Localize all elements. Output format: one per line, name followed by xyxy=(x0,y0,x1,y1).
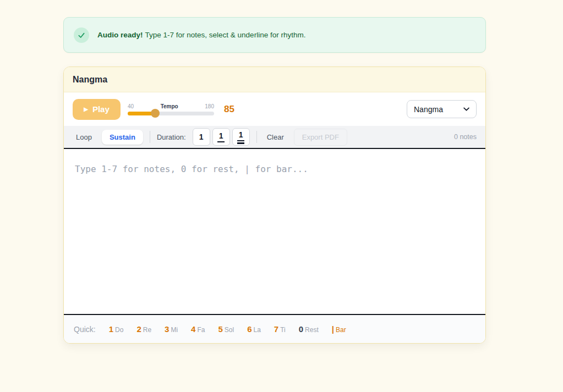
quick-note-name: Sol xyxy=(225,326,234,334)
options-toolbar: Loop Sustain Duration: 111 Clear Export … xyxy=(64,126,485,148)
quick-note-key: 1 xyxy=(109,324,113,334)
quick-note-button[interactable]: 4Fa xyxy=(191,324,205,334)
duration-number: 1 xyxy=(219,131,223,140)
banner-text: Audio ready!Type 1-7 for notes, select &… xyxy=(97,31,305,39)
tempo-min-label: 40 xyxy=(128,103,134,109)
tempo-labels: 40 Tempo 180 xyxy=(128,103,214,109)
quick-note-key: 5 xyxy=(218,324,222,334)
play-button-label: Play xyxy=(92,104,110,114)
quick-note-name: La xyxy=(253,326,260,334)
quick-note-button[interactable]: 2Re xyxy=(136,324,151,334)
quick-note-name: Re xyxy=(143,326,151,334)
quick-note-name: Mi xyxy=(171,326,178,334)
export-pdf-button[interactable]: Export PDF xyxy=(294,129,347,146)
audio-ready-banner: Audio ready!Type 1-7 for notes, select &… xyxy=(63,17,486,53)
check-icon xyxy=(74,27,89,43)
banner-title: Audio ready! xyxy=(97,31,143,39)
duration-underline xyxy=(237,142,244,144)
quick-note-key: 0 xyxy=(299,324,303,334)
quick-bar: Quick: 1Do2Re3Mi4Fa5Sol6La7Ti0Rest|Bar xyxy=(64,315,485,343)
quick-note-name: Rest xyxy=(305,326,319,334)
play-button[interactable]: ▶ Play xyxy=(73,99,121,120)
chevron-down-icon xyxy=(463,107,469,111)
duration-button[interactable]: 1 xyxy=(212,128,230,146)
quick-note-key: 6 xyxy=(247,324,252,334)
card-header: Nangma xyxy=(64,67,485,92)
preset-select-value: Nangma xyxy=(414,105,443,114)
quick-note-name: Bar xyxy=(336,326,346,334)
play-icon: ▶ xyxy=(84,107,88,112)
card-title: Nangma xyxy=(73,75,107,85)
playback-toolbar: ▶ Play 40 Tempo 180 85 Nangma xyxy=(64,92,485,126)
quick-note-name: Ti xyxy=(280,326,286,334)
tempo-label: Tempo xyxy=(161,103,178,109)
page-content: Audio ready!Type 1-7 for notes, select &… xyxy=(63,17,486,344)
quick-note-key: 7 xyxy=(274,324,278,334)
notation-editor[interactable] xyxy=(64,149,485,314)
duration-number: 1 xyxy=(199,132,204,141)
preset-select[interactable]: Nangma xyxy=(407,100,477,118)
duration-label: Duration: xyxy=(157,133,186,141)
quick-note-key: 3 xyxy=(165,324,169,334)
duration-button[interactable]: 1 xyxy=(193,128,210,146)
quick-note-key: 2 xyxy=(136,324,141,334)
quick-note-button[interactable]: 0Rest xyxy=(299,324,319,334)
editor-area xyxy=(64,148,485,315)
quick-note-button[interactable]: 6La xyxy=(247,324,261,334)
quick-note-key: | xyxy=(332,324,334,334)
quick-note-name: Fa xyxy=(197,326,205,334)
divider xyxy=(256,131,257,143)
tempo-slider-thumb[interactable] xyxy=(151,109,160,118)
duration-buttons: 111 xyxy=(193,128,250,146)
banner-message: Type 1-7 for notes, select & underline f… xyxy=(145,31,306,39)
quick-note-key: 4 xyxy=(191,324,195,334)
divider xyxy=(150,131,150,143)
tempo-max-label: 180 xyxy=(205,103,214,109)
tempo-value: 85 xyxy=(224,104,234,115)
quick-bar-label: Quick: xyxy=(74,325,96,334)
duration-button[interactable]: 1 xyxy=(232,128,250,146)
duration-number: 1 xyxy=(239,130,243,139)
quick-note-button[interactable]: 5Sol xyxy=(218,324,234,334)
tempo-slider[interactable] xyxy=(128,112,214,115)
quick-note-name: Do xyxy=(115,326,123,334)
sustain-button[interactable]: Sustain xyxy=(102,130,143,145)
clear-button[interactable]: Clear xyxy=(264,131,287,143)
duration-underline xyxy=(237,140,244,142)
notes-count: 0 notes xyxy=(454,133,477,141)
quick-note-button[interactable]: 1Do xyxy=(109,324,124,334)
loop-button[interactable]: Loop xyxy=(73,131,95,143)
quick-note-button[interactable]: |Bar xyxy=(332,324,346,334)
duration-underline xyxy=(217,141,225,143)
notation-card: Nangma ▶ Play 40 Tempo 180 85 xyxy=(63,67,486,344)
quick-note-button[interactable]: 3Mi xyxy=(165,324,178,334)
quick-note-button[interactable]: 7Ti xyxy=(274,324,286,334)
tempo-slider-group: 40 Tempo 180 xyxy=(128,103,214,115)
